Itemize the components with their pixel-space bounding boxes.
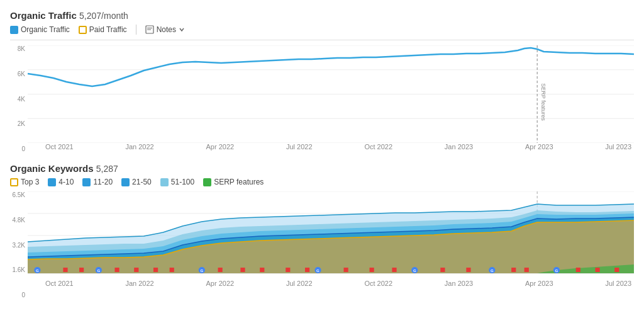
svg-text:G: G	[201, 269, 204, 273]
y-label-2k: 2K	[18, 120, 25, 127]
organic-keywords-section: Organic Keywords 5,287 Top 3 4-10 11-20 …	[10, 163, 634, 298]
svg-rect-45	[440, 268, 445, 272]
x-jan23: Jan 2023	[445, 143, 473, 150]
y-label-4k: 4K	[18, 96, 25, 103]
traffic-chart-svg: SERP features	[28, 45, 634, 143]
traffic-chart-wrapper: 8K 6K 4K 2K 0 SERP features Oct 2021	[10, 45, 634, 153]
svg-rect-31	[63, 268, 67, 272]
svg-rect-38	[240, 268, 245, 272]
kx-jul22: Jul 2022	[286, 280, 313, 287]
kx-oct22: Oct 2022	[364, 280, 392, 287]
svg-text:G: G	[36, 269, 39, 273]
svg-rect-39	[260, 268, 264, 272]
keywords-chart-svg: G G G G G G G	[28, 191, 634, 280]
21-50-checkbox[interactable]	[121, 178, 130, 186]
paid-traffic-checkbox[interactable]	[79, 26, 87, 34]
legend-paid-label: Paid Traffic	[89, 25, 127, 34]
svg-text:G: G	[555, 269, 558, 273]
svg-rect-34	[134, 268, 138, 272]
svg-rect-36	[170, 268, 174, 272]
svg-text:G: G	[491, 269, 494, 273]
legend-top3-label: Top 3	[21, 178, 39, 186]
x-jan22: Jan 2022	[125, 143, 153, 150]
svg-rect-49	[576, 268, 580, 272]
keywords-chart-wrapper: 6.5K 4.8K 3.2K 1.6K 0	[10, 191, 634, 298]
x-jul23: Jul 2023	[605, 143, 631, 150]
kx-jan22: Jan 2022	[125, 280, 153, 287]
svg-rect-40	[286, 268, 290, 272]
svg-rect-44	[392, 268, 396, 272]
legend-4-10-label: 4-10	[58, 178, 74, 186]
traffic-value: 5,207/month	[79, 11, 128, 21]
svg-rect-37	[218, 268, 223, 272]
legend-11-20-label: 11-20	[93, 178, 113, 186]
legend-21-50[interactable]: 21-50	[121, 178, 152, 186]
svg-rect-35	[153, 268, 158, 272]
ky-label-32k: 3.2K	[12, 242, 25, 249]
notes-label: Notes	[157, 25, 176, 34]
kx-jul23: Jul 2023	[605, 280, 631, 287]
legend-4-10[interactable]: 4-10	[48, 178, 74, 186]
x-oct22: Oct 2022	[364, 143, 392, 150]
keywords-title: Organic Keywords 5,287	[10, 163, 634, 174]
legend-organic-traffic[interactable]: Organic Traffic	[10, 25, 70, 34]
kx-apr23: Apr 2023	[525, 280, 553, 287]
svg-text:G: G	[316, 269, 319, 273]
legend-paid-traffic[interactable]: Paid Traffic	[79, 25, 127, 34]
51-100-checkbox[interactable]	[160, 178, 169, 186]
11-20-checkbox[interactable]	[82, 178, 91, 186]
svg-rect-42	[344, 268, 348, 272]
x-apr22: Apr 2022	[206, 143, 235, 150]
ky-label-65k: 6.5K	[12, 191, 25, 198]
notes-button[interactable]: Notes	[145, 25, 185, 34]
y-label-0: 0	[21, 145, 25, 152]
y-label-8k: 8K	[18, 45, 25, 52]
traffic-x-axis: Oct 2021 Jan 2022 Apr 2022 Jul 2022 Oct …	[28, 143, 634, 150]
keywords-value: 5,287	[96, 164, 118, 174]
keywords-x-axis: Oct 2021 Jan 2022 Apr 2022 Jul 2022 Oct …	[28, 280, 634, 287]
svg-rect-51	[614, 268, 619, 272]
organic-traffic-checkbox[interactable]	[10, 26, 18, 34]
legend-organic-label: Organic Traffic	[21, 25, 70, 34]
svg-rect-46	[466, 268, 470, 272]
x-oct21: Oct 2021	[45, 143, 74, 150]
legend-21-50-label: 21-50	[132, 178, 152, 186]
chevron-down-icon	[179, 26, 185, 33]
svg-rect-48	[525, 268, 529, 272]
ky-label-48k: 4.8K	[12, 217, 25, 224]
legend-divider	[136, 25, 136, 35]
legend-51-100-label: 51-100	[171, 178, 194, 186]
traffic-legend: Organic Traffic Paid Traffic Notes	[10, 25, 634, 40]
legend-51-100[interactable]: 51-100	[160, 178, 194, 186]
x-apr23: Apr 2023	[525, 143, 553, 150]
traffic-title: Organic Traffic 5,207/month	[10, 10, 634, 21]
traffic-chart-area: SERP features Oct 2021 Jan 2022 Apr 2022…	[28, 45, 634, 153]
kx-oct21: Oct 2021	[45, 280, 74, 287]
4-10-checkbox[interactable]	[48, 178, 56, 186]
kx-jan23: Jan 2023	[445, 280, 473, 287]
keywords-chart-area: G G G G G G G	[28, 191, 634, 298]
keywords-legend: Top 3 4-10 11-20 21-50 51-100 SERP featu…	[10, 178, 634, 186]
svg-rect-41	[305, 268, 309, 272]
y-label-6k: 6K	[18, 71, 25, 77]
svg-text:SERP features: SERP features	[540, 83, 547, 121]
svg-rect-33	[114, 268, 119, 272]
legend-11-20[interactable]: 11-20	[82, 178, 113, 186]
notes-icon	[145, 25, 154, 34]
svg-rect-43	[370, 268, 374, 272]
svg-text:G: G	[97, 269, 100, 273]
ky-label-0: 0	[21, 292, 25, 298]
top3-checkbox[interactable]	[10, 178, 18, 186]
organic-traffic-section: Organic Traffic 5,207/month Organic Traf…	[10, 10, 634, 153]
serp-checkbox[interactable]	[203, 178, 211, 186]
kx-apr22: Apr 2022	[206, 280, 235, 287]
x-jul22: Jul 2022	[286, 143, 313, 150]
keywords-y-axis: 6.5K 4.8K 3.2K 1.6K 0	[10, 191, 28, 298]
legend-serp[interactable]: SERP features	[203, 178, 264, 186]
legend-serp-label: SERP features	[214, 178, 264, 186]
legend-top3[interactable]: Top 3	[10, 178, 39, 186]
svg-text:G: G	[413, 269, 416, 273]
svg-rect-47	[511, 268, 516, 272]
svg-rect-32	[79, 268, 84, 272]
svg-rect-50	[595, 268, 599, 272]
